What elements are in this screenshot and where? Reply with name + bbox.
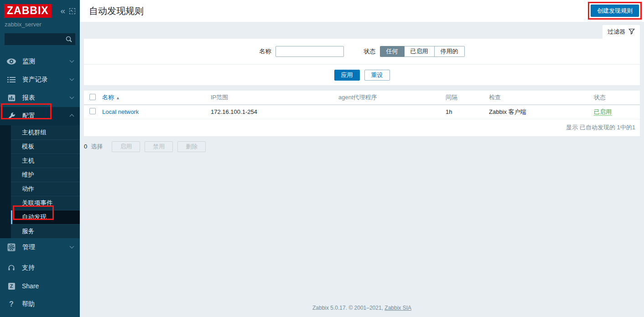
sidebar-item-label: 资产记录 (22, 76, 48, 84)
table-summary: 显示 已自动发现的 1中的1 (84, 119, 640, 136)
configuration-submenu: 主机群组 模板 主机 维护 动作 关联项事件 自动发现 服务 (0, 125, 80, 238)
enable-button[interactable]: 启用 (112, 141, 140, 152)
submenu-item-actions[interactable]: 动作 (11, 182, 80, 196)
zabbix-share-icon: Z (7, 283, 16, 290)
rule-ip-range: 172.16.100.1-254 (206, 105, 334, 119)
submenu-label: 主机 (22, 157, 34, 165)
sidebar-item-configuration[interactable]: 配置 (0, 107, 80, 125)
share-badge-glyph: Z (8, 283, 15, 290)
main-content: 自动发现规则 创建发现规则 过滤器 名称 状态 任何 已启用 停用的 (80, 0, 644, 317)
page-title: 自动发现规则 (89, 5, 144, 17)
submenu-item-hosts[interactable]: 主机 (11, 153, 80, 168)
filter-tab[interactable]: 过滤器 (602, 25, 640, 39)
rule-interval: 1h (441, 105, 484, 119)
sidebar-item-label: 配置 (22, 112, 35, 120)
chevron-down-icon (70, 244, 74, 248)
server-name: zabbix_server (0, 18, 80, 32)
column-header-ip-range: IP范围 (206, 91, 334, 105)
submenu-label: 动作 (22, 185, 34, 193)
sidebar-item-share[interactable]: Z Share (0, 277, 80, 295)
sidebar: ZABBIX « ↖ zabbix_server 监测 资产记录 (0, 0, 80, 317)
name-filter-field: 名称 (260, 46, 344, 57)
page-header: 自动发现规则 创建发现规则 (80, 0, 644, 22)
bar-chart-icon (6, 94, 16, 102)
disable-button[interactable]: 禁用 (145, 141, 173, 152)
sidebar-bottom: 支持 Z Share ? 帮助 (0, 259, 80, 317)
sort-asc-icon: ▲ (116, 96, 120, 100)
status-option-enabled[interactable]: 已启用 (405, 46, 435, 57)
filter-panel: 名称 状态 任何 已启用 停用的 应用 重设 (84, 39, 640, 85)
selected-count: 0 (84, 143, 87, 150)
page-footer: Zabbix 5.0.17. © 2001–2021, Zabbix SIA (80, 305, 644, 317)
column-header-agent-proxy: agent代理程序 (334, 91, 441, 105)
gear-icon (6, 243, 16, 251)
sidebar-item-label: 帮助 (22, 300, 35, 308)
status-option-any[interactable]: 任何 (380, 46, 405, 57)
column-header-label: 名称 (102, 94, 114, 101)
column-header-name[interactable]: 名称▲ (98, 91, 206, 105)
submenu-item-services[interactable]: 服务 (11, 224, 80, 238)
apply-button[interactable]: 应用 (334, 70, 360, 81)
search-input[interactable] (5, 33, 75, 45)
sidebar-item-help[interactable]: ? 帮助 (0, 295, 80, 313)
sidebar-item-label: 支持 (22, 264, 35, 272)
name-filter-label: 名称 (260, 47, 271, 56)
help-glyph: ? (9, 300, 14, 308)
status-option-disabled[interactable]: 停用的 (435, 46, 465, 57)
headset-icon (7, 264, 16, 271)
sidebar-item-label: 报表 (22, 94, 35, 102)
submenu-label: 服务 (22, 227, 34, 235)
submenu-item-discovery[interactable]: 自动发现 (11, 210, 80, 224)
submenu-label: 关联项事件 (22, 199, 53, 207)
sidebar-item-administration[interactable]: 管理 (0, 238, 80, 256)
chevron-down-icon (70, 58, 74, 62)
submenu-label: 模板 (22, 143, 34, 151)
submenu-item-maintenance[interactable]: 维护 (11, 168, 80, 182)
sidebar-item-label: Share (22, 282, 39, 290)
submenu-item-host-groups[interactable]: 主机群组 (11, 125, 80, 139)
filter-divider (84, 64, 640, 65)
sidebar-item-inventory[interactable]: 资产记录 (0, 71, 80, 89)
name-filter-input[interactable] (275, 46, 344, 57)
rule-name-link[interactable]: Local network (102, 108, 139, 115)
row-checkbox[interactable] (89, 108, 96, 114)
status-filter-label: 状态 (364, 47, 376, 56)
wrench-icon (6, 112, 16, 120)
question-mark-icon: ? (7, 300, 16, 308)
logo-row: ZABBIX « ↖ (0, 0, 80, 18)
submenu-item-event-correlation[interactable]: 关联项事件 (11, 196, 80, 210)
mass-action-bar: 0 选择 启用 禁用 删除 (84, 141, 640, 152)
discovery-rules-table: 名称▲ IP范围 agent代理程序 间隔 检查 状态 Local networ… (84, 91, 640, 119)
status-segmented-control: 任何 已启用 停用的 (380, 46, 465, 57)
submenu-item-templates[interactable]: 模板 (11, 139, 80, 153)
main-nav: 监测 资产记录 报表 (0, 52, 80, 256)
select-all-checkbox[interactable] (89, 94, 96, 100)
funnel-icon (628, 28, 635, 36)
chevron-up-icon (70, 114, 74, 118)
zabbix-logo: ZABBIX (4, 4, 52, 18)
delete-button[interactable]: 删除 (177, 141, 206, 152)
sidebar-item-support[interactable]: 支持 (0, 259, 80, 277)
create-discovery-rule-button[interactable]: 创建发现规则 (591, 5, 639, 17)
list-icon (6, 77, 16, 83)
search-icon[interactable] (65, 36, 73, 45)
column-header-status: 状态 (589, 91, 640, 105)
sidebar-item-monitoring[interactable]: 监测 (0, 52, 80, 71)
annotation-box-create-button: 创建发现规则 (588, 2, 642, 20)
content-spacer (80, 152, 644, 305)
hide-sidebar-icon[interactable]: ↖ (69, 8, 75, 14)
sidebar-item-reports[interactable]: 报表 (0, 89, 80, 107)
submenu-label: 维护 (22, 171, 34, 179)
submenu-label: 主机群组 (22, 128, 47, 137)
rule-checks: Zabbix 客户端 (484, 105, 589, 119)
status-enabled-link[interactable]: 已启用 (594, 108, 612, 116)
filter-tab-strip: 过滤器 (80, 22, 644, 39)
zabbix-sia-link[interactable]: Zabbix SIA (384, 305, 411, 311)
collapse-sidebar-icon[interactable]: « (60, 8, 65, 14)
rule-agent-proxy (334, 105, 441, 119)
sidebar-item-label: 监测 (22, 57, 35, 66)
column-header-checks: 检查 (484, 91, 589, 105)
configuration-group: 配置 主机群组 模板 主机 维护 动作 关联项事件 自动发现 服务 (0, 107, 80, 238)
reset-button[interactable]: 重设 (364, 70, 390, 81)
sidebar-item-label: 管理 (22, 243, 35, 251)
